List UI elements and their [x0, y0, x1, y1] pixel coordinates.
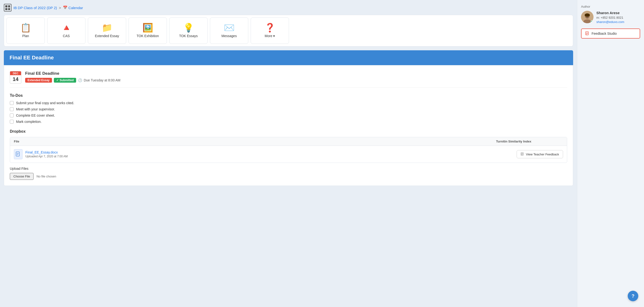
table-row: Final_EE_Essay.docx Uploaded Apr 7, 2020…	[10, 146, 567, 162]
dropbox-section: Dropbox File Turnitin Similarity Index	[10, 129, 567, 180]
author-name: Sharon Arese	[596, 11, 624, 15]
nav-tile-tok-exhibition[interactable]: 🖼️ TOK Exhibition	[128, 18, 167, 44]
due-date: 🕐 Due Tuesday at 8:00 AM	[78, 78, 120, 82]
assignment-title: Final EE Deadline	[25, 71, 567, 76]
list-item: Mark completion.	[10, 120, 567, 124]
extended-essay-label: Extended Essay	[95, 34, 119, 38]
nav-tiles-container: 📋 Plan 🔺 CAS 📁 Extended Essay 🖼️ TOK Exh…	[4, 15, 573, 46]
more-icon: ❓	[264, 24, 275, 32]
list-item: Submit your final copy and works cited.	[10, 101, 567, 105]
cas-label: CAS	[63, 34, 70, 38]
todos-title: To-Dos	[10, 94, 567, 98]
messages-icon: ✉️	[224, 24, 234, 32]
avatar	[581, 11, 594, 23]
breadcrumb-calendar[interactable]: 📅 Calendar	[63, 6, 83, 10]
content-card: DEC 14 Final EE Deadline Extended Essay …	[4, 65, 573, 186]
list-item: Meet with your supervisor.	[10, 107, 567, 111]
todo-list: Submit your final copy and works cited. …	[10, 101, 567, 124]
todo-checkbox-1[interactable]	[10, 101, 14, 105]
page-header: Final EE Deadline	[4, 50, 573, 65]
tag-submitted: ✓ Submitted	[54, 78, 76, 82]
upload-section: Upload Files Choose File No file chosen	[10, 167, 567, 180]
clock-icon: 🕐	[78, 78, 82, 82]
help-icon: ?	[632, 293, 634, 299]
author-email[interactable]: sharon@eduvo.com	[596, 20, 624, 24]
todo-checkbox-4[interactable]	[10, 120, 14, 124]
tok-essays-icon: 💡	[183, 24, 194, 32]
submitted-label: Submitted	[60, 78, 74, 82]
plan-icon: 📋	[20, 24, 31, 32]
more-label: More ▾	[265, 34, 275, 38]
author-label: Author	[581, 5, 640, 8]
extended-essay-icon: 📁	[102, 24, 112, 32]
todo-text-2: Meet with your supervisor.	[16, 107, 55, 111]
file-doc-icon	[14, 149, 22, 159]
file-name[interactable]: Final_EE_Essay.docx	[26, 150, 68, 154]
nav-tile-messages[interactable]: ✉️ Messages	[210, 18, 248, 44]
todo-checkbox-2[interactable]	[10, 107, 14, 111]
breadcrumb-class[interactable]: IB DP Class of 2022 (DP 2)	[14, 6, 57, 10]
plan-label: Plan	[22, 34, 29, 38]
online-indicator	[590, 20, 593, 23]
page-title: Final EE Deadline	[10, 54, 54, 60]
breadcrumb-separator: >	[59, 6, 61, 10]
date-day: 14	[11, 75, 20, 83]
nav-tile-tok-essays[interactable]: 💡 TOK Essays	[169, 18, 208, 44]
svg-point-13	[585, 14, 590, 17]
assignment-info: Final EE Deadline Extended Essay ✓ Submi…	[25, 71, 567, 82]
sidebar: Author Sharon Arese m: +852 9201 8021 sh…	[577, 0, 644, 307]
view-teacher-feedback-button[interactable]: View Teacher Feedback	[517, 150, 563, 158]
assignment-header: DEC 14 Final EE Deadline Extended Essay …	[10, 71, 567, 88]
grid-icon	[4, 4, 12, 12]
help-button[interactable]: ?	[628, 291, 638, 301]
author-info: Sharon Arese m: +852 9201 8021 sharon@ed…	[596, 11, 624, 24]
file-details: Final_EE_Essay.docx Uploaded Apr 7, 2020…	[26, 150, 68, 158]
view-feedback-label: View Teacher Feedback	[526, 152, 559, 156]
nav-tile-plan[interactable]: 📋 Plan	[6, 18, 45, 44]
todo-text-1: Submit your final copy and works cited.	[16, 101, 74, 105]
nav-tile-more[interactable]: ❓ More ▾	[251, 18, 289, 44]
dropbox-header: File Turnitin Similarity Index	[10, 137, 567, 146]
col-file-header: File	[14, 140, 496, 143]
dropbox-title: Dropbox	[10, 129, 567, 134]
author-phone: m: +852 9201 8021	[596, 16, 624, 20]
nav-tile-extended-essay[interactable]: 📁 Extended Essay	[88, 18, 126, 44]
date-month: DEC	[10, 71, 21, 75]
dropbox-table: File Turnitin Similarity Index	[10, 137, 567, 163]
tok-exhibition-icon: 🖼️	[142, 24, 153, 32]
upload-label: Upload Files	[10, 167, 567, 170]
nav-tile-cas[interactable]: 🔺 CAS	[47, 18, 86, 44]
breadcrumb: IB DP Class of 2022 (DP 2) > 📅 Calendar	[4, 4, 573, 12]
col-turnitin-header: Turnitin Similarity Index	[496, 140, 563, 143]
calendar-label: Calendar	[68, 6, 83, 10]
no-file-text: No file chosen	[36, 174, 56, 178]
list-item: Complete EE cover sheet.	[10, 114, 567, 117]
todo-checkbox-3[interactable]	[10, 114, 14, 117]
todos-section: To-Dos Submit your final copy and works …	[10, 94, 567, 124]
checkmark-icon: ✓	[56, 78, 59, 82]
calendar-icon: 📅	[63, 6, 68, 10]
messages-label: Messages	[222, 34, 237, 38]
todo-text-3: Complete EE cover sheet.	[16, 114, 55, 117]
svg-rect-14	[586, 32, 588, 35]
feedback-studio-label: Feedback Studio	[592, 32, 617, 36]
author-card: Sharon Arese m: +852 9201 8021 sharon@ed…	[581, 11, 640, 24]
assignment-tags: Extended Essay ✓ Submitted 🕐 Due Tuesday…	[25, 78, 567, 82]
due-date-text: Due Tuesday at 8:00 AM	[84, 78, 120, 82]
tok-essays-label: TOK Essays	[179, 34, 198, 38]
todo-text-4: Mark completion.	[16, 120, 42, 124]
file-info: Final_EE_Essay.docx Uploaded Apr 7, 2020…	[14, 149, 517, 159]
upload-controls: Choose File No file chosen	[10, 173, 567, 180]
date-badge: DEC 14	[10, 71, 21, 84]
feedback-studio-button[interactable]: Feedback Studio	[581, 28, 640, 38]
file-upload-date: Uploaded Apr 7, 2020 at 7:00 AM	[26, 155, 68, 158]
tok-exhibition-label: TOK Exhibition	[136, 34, 159, 38]
cas-icon: 🔺	[61, 24, 72, 32]
choose-file-button[interactable]: Choose File	[10, 173, 34, 180]
tag-extended-essay: Extended Essay	[25, 78, 52, 82]
